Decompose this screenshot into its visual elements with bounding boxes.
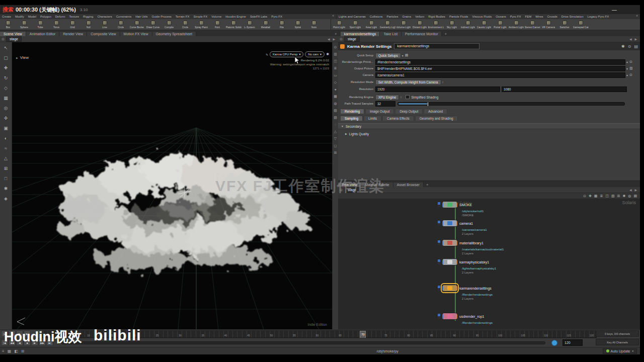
shelf-tool-button[interactable]: Torus [48, 21, 64, 29]
shelf-tab[interactable]: Grains [400, 14, 414, 19]
network-path[interactable]: stage [344, 36, 360, 42]
network-toolbar-icon[interactable]: ◍ [628, 194, 631, 198]
add-shelf-tab-button[interactable]: + [330, 14, 336, 19]
shelf-tool-button[interactable]: Platonic Solids [225, 21, 242, 29]
shelf-tab[interactable]: Houdini Engine [223, 14, 248, 19]
network-node[interactable]: camera1 /cameras/camera1 2 Layers [438, 220, 579, 236]
pin-icon[interactable]: ⊙ [340, 37, 343, 41]
node-chooser-icon[interactable]: ⊙ [629, 60, 632, 64]
network-node[interactable]: usdrender_rop1 /Render/rendersettings [438, 313, 579, 325]
display-option-icon[interactable]: ◻ [334, 144, 337, 147]
auto-update-selector[interactable]: Auto Update ▾ [603, 348, 637, 354]
shelf-tool-button[interactable]: Nuts [306, 21, 322, 29]
karma-tab[interactable]: Deep Output [395, 109, 423, 114]
display-option-icon[interactable]: △ [334, 130, 337, 133]
display-option-icon[interactable]: ◇ [334, 80, 337, 84]
viewport-view-label[interactable]: ▶ View [16, 55, 29, 60]
pane-tab[interactable]: Motion FX View [120, 32, 152, 36]
shelf-tool-button[interactable]: Metaball [258, 21, 274, 29]
node-display-flag[interactable] [438, 240, 440, 245]
network-node[interactable]: SMOKE /obj/smoke/null1 /SMOKE [438, 201, 579, 217]
rendering-engine-combo[interactable]: XPU Engine [375, 95, 399, 100]
display-option-icon[interactable]: ▥ [334, 52, 337, 56]
range-end-field[interactable]: 120 [562, 339, 583, 346]
chevron-down-icon[interactable]: ▾ [626, 60, 628, 64]
network-toolbar-icon[interactable]: ▧ [611, 194, 615, 198]
shelf-tool-button[interactable]: Distant Light [412, 21, 428, 29]
shelf-tool-button[interactable]: Area Light [363, 21, 379, 29]
shelf-tab[interactable]: Legacy Pyro FX [586, 14, 611, 19]
node-icon[interactable] [442, 258, 457, 265]
node-icon[interactable] [442, 285, 457, 292]
network-editor[interactable]: Tree ViewMaterial PaletteAsset Browser +… [338, 181, 640, 329]
shelf-tool-button[interactable]: Spiral [290, 21, 306, 29]
add-pane-tab-button[interactable]: + [424, 183, 431, 187]
shelf-tool-button[interactable]: Portal Light [492, 21, 508, 29]
shelf-tab[interactable]: SideFX Labs [248, 14, 269, 19]
network-canvas[interactable]: Solaris Indie Edition SMOKE [338, 199, 640, 329]
network-node[interactable]: karmaphysicalsky1 /lights/karmaphysicals… [438, 258, 579, 275]
shelf-tab[interactable]: Particle Fluids [447, 14, 470, 19]
shelf-tool-button[interactable]: Point Light [331, 21, 347, 29]
shelf-tab[interactable]: Lights and Cameras [337, 14, 368, 19]
shelf-tab[interactable]: Rigid Bodies [426, 14, 447, 19]
resolution-width-field[interactable]: 1920 [375, 86, 500, 92]
pane-tab[interactable]: Take List [380, 32, 401, 36]
status-icon[interactable]: ◧ [14, 349, 18, 353]
realtime-toggle-button[interactable] [551, 340, 557, 346]
shelf-tab[interactable]: Texture [67, 14, 81, 19]
path-nav-arrows[interactable]: ◀ ▶ [629, 37, 638, 41]
shelf-tool-button[interactable]: Font [209, 21, 225, 29]
shelf-tab[interactable]: Rigging [81, 14, 95, 19]
chevron-down-icon[interactable]: ▾ [626, 73, 628, 77]
node-chooser-icon[interactable]: ⊙ [629, 73, 632, 77]
viewport-tool-icon[interactable]: ↖ [2, 44, 10, 51]
pin-icon[interactable]: ⊙ [2, 37, 5, 41]
shelf-tab[interactable]: Pyro FX [269, 14, 284, 19]
network-toolbar-icon[interactable]: ▤ [633, 194, 637, 198]
shelf-tool-button[interactable]: Environment Light [428, 21, 444, 29]
node-icon[interactable] [442, 201, 457, 208]
display-option-icon[interactable]: ≣ [334, 66, 337, 70]
gear-icon[interactable]: ✱ [326, 52, 329, 56]
shelf-tool-button[interactable]: Caustic Light [476, 21, 492, 29]
shelf-tool-button[interactable]: Stereo Camera [524, 21, 540, 29]
display-option-icon[interactable]: ▨ [334, 116, 337, 119]
panel-header-icon[interactable]: ▤ [634, 44, 638, 49]
network-toolbar-icon[interactable]: ✱ [622, 194, 625, 198]
panel-header-icon[interactable]: ⊙ [628, 44, 631, 49]
shelf-tool-button[interactable]: Grid [64, 21, 80, 29]
node-icon[interactable] [442, 239, 457, 246]
network-toolbar-icon[interactable]: ≣ [600, 194, 603, 198]
karma-tab[interactable]: Rendering [340, 109, 364, 114]
samples-slider[interactable] [397, 102, 625, 106]
shelf-tab[interactable]: Create [0, 14, 13, 19]
network-toolbar-icon[interactable]: ▦ [594, 194, 598, 198]
shelf-tool-button[interactable]: Curve Bezier [129, 21, 145, 29]
shelf-tab[interactable]: Particles [384, 14, 400, 19]
keys-info-box[interactable]: 0 keys, 0/0 channels [596, 330, 639, 337]
node-display-flag[interactable] [438, 314, 440, 319]
slider-handle[interactable] [427, 102, 429, 107]
viewport-tool-icon[interactable]: △ [2, 155, 10, 162]
shelf-tool-button[interactable]: Tube [32, 21, 48, 29]
spinner-icon[interactable]: ↕ [442, 80, 444, 83]
viewport-tool-icon[interactable]: ▦ [2, 95, 10, 102]
network-node[interactable]: karmarendersettings /Render/rendersettin… [438, 285, 579, 301]
shelf-tab[interactable]: Oceans [494, 14, 508, 19]
viewport-tool-icon[interactable]: ◈ [2, 195, 10, 202]
resolution-height-field[interactable]: 1080 [502, 86, 627, 92]
karma-tab[interactable]: Sampling [340, 116, 363, 121]
pane-tab[interactable]: Scene View [0, 32, 26, 36]
shelf-tool-button[interactable]: Sphere [16, 21, 32, 29]
status-icon[interactable]: ▦ [8, 349, 12, 353]
shelf-tab[interactable]: Polygon [38, 14, 53, 19]
path-nav-arrows[interactable]: ◀ ▶ [328, 37, 336, 41]
display-option-icon[interactable]: ◫ [334, 59, 337, 63]
shelf-tab[interactable]: Collisions [368, 14, 385, 19]
pane-tab[interactable]: Composite View [87, 32, 120, 36]
pane-tab[interactable]: Geometry Spreadsheet [152, 32, 196, 36]
shelf-tool-button[interactable]: Circle [113, 21, 129, 29]
shelf-tool-button[interactable]: Null [80, 21, 97, 29]
shelf-tab[interactable]: Characters [95, 14, 114, 19]
